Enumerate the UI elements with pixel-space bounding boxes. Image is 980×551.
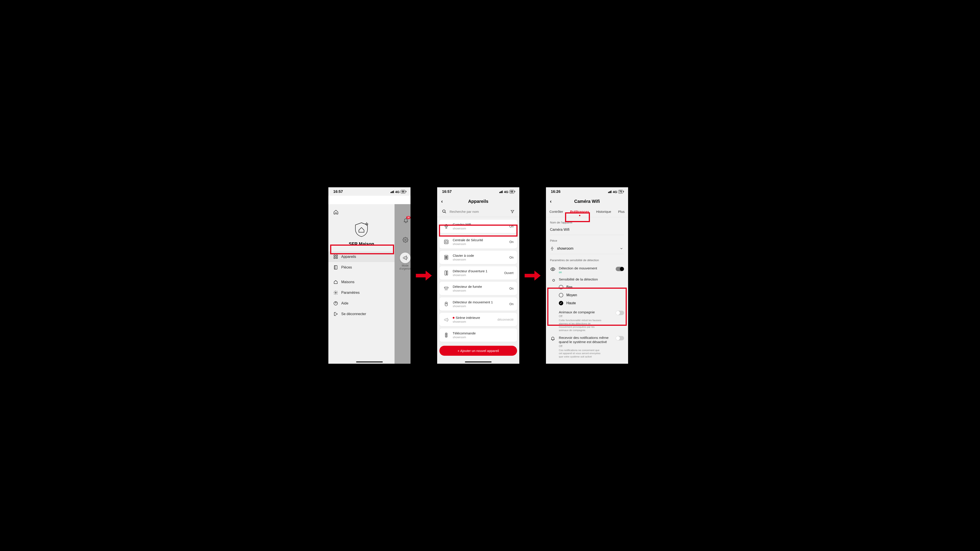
device-name: Centrale de Sécurité [453,238,506,242]
tab-preferences[interactable]: Préférences [569,209,590,214]
name-label: Nom de l'appareil [550,221,624,224]
battery-icon: 66 [401,190,406,194]
sidebar-item-appareils[interactable]: Appareils [328,251,395,262]
device-card[interactable]: Sirène intérieure showroom déconnecté [439,313,517,326]
home-icon[interactable] [333,210,339,215]
sidebar-menu: Appareils Pièces Maisons Paramètres [328,251,395,319]
sidebar-title: SFR Maison [328,241,395,246]
svg-rect-13 [445,241,447,243]
radio-bas[interactable]: Bas [550,283,624,291]
device-state: On [509,225,514,228]
motion-icon [443,301,450,307]
page-header: ‹ Caméra Wifi [546,195,628,207]
device-name: Clavier à code [453,254,506,257]
svg-point-8 [405,239,406,241]
device-name: Détecteur d'ouverture 1 [453,269,501,273]
device-state: On [509,287,514,290]
screen-1-sidebar: 16:57 4G 66 SFR Maison Appareils [328,187,410,364]
gear-icon [402,237,408,243]
device-card[interactable]: Centrale de Sécurité showroom On [439,235,517,249]
device-room: showroom [453,320,495,323]
svg-point-4 [336,257,337,259]
device-state: On [509,302,514,306]
device-name-field[interactable]: Caméra Wifi [550,226,624,235]
status-time: 16:57 [333,189,343,194]
house-icon [333,279,338,284]
svg-point-32 [446,336,447,337]
device-room: showroom [453,273,501,277]
page-header: ‹ Appareils [437,195,519,207]
room-select[interactable]: showroom [550,244,624,254]
screen-2-devices: 16:57 4G 66 ‹ Appareils Caméra Wifi show… [437,187,519,364]
sidebar-item-aide[interactable]: Aide [328,298,395,309]
svg-rect-25 [447,271,448,275]
arrow-icon [524,269,541,282]
pets-toggle[interactable] [616,311,624,315]
svg-point-21 [445,258,446,259]
device-name: Télécommande [453,331,511,335]
device-room: showroom [453,305,506,308]
svg-point-17 [447,256,447,257]
emergency-button[interactable]: Mode d'urgence [399,252,410,270]
device-state: On [509,256,514,259]
tab-historique[interactable]: Historique [595,209,612,214]
hub-icon [443,238,450,245]
device-card[interactable]: Détecteur de mouvement 1 showroom On [439,297,517,311]
bell-button[interactable]: 30 [403,218,409,224]
device-card[interactable]: Détecteur d'ouverture 1 showroom Ouvert [439,266,517,279]
grid-icon [333,254,338,259]
svg-rect-1 [334,255,335,256]
back-button[interactable]: ‹ [441,198,443,204]
door-icon [443,270,450,276]
tab-controler[interactable]: Contrôler [548,209,565,214]
battery-icon: 66 [509,190,514,194]
signal-icon [608,191,611,193]
device-card[interactable]: Télécommande showroom [439,329,517,342]
device-card[interactable]: Caméra Wifi showroom On [439,220,517,233]
svg-point-31 [446,335,447,335]
svg-rect-5 [334,266,337,269]
motion-detection-row: Détection de mouvement on [550,265,624,276]
device-state: On [509,240,514,244]
remote-icon [443,332,450,338]
megaphone-icon [402,255,408,260]
search-input[interactable] [450,210,508,213]
svg-point-10 [445,224,448,227]
radio-moyen[interactable]: Moyen [550,291,624,299]
svg-point-34 [553,279,555,281]
status-bar: 16:57 4G 66 [437,187,519,195]
svg-rect-2 [336,255,337,256]
device-name: Caméra Wifi [453,222,506,226]
sidebar-item-label: Appareils [341,255,356,259]
sensitivity-row: Sensibilité de la détection [550,276,624,283]
sensitivity-icon [550,278,555,283]
sidebar-item-deconnecter[interactable]: Se déconnecter [328,309,395,319]
sidebar-item-maisons[interactable]: Maisons [328,277,395,287]
notif-toggle[interactable] [616,336,624,340]
device-card[interactable]: Détecteur de fumée showroom On [439,282,517,295]
motion-toggle[interactable] [616,267,624,271]
device-room: showroom [453,242,506,246]
add-device-button[interactable]: + Ajouter un nouvel appareil [439,346,517,356]
radio-haute[interactable]: Haute [550,299,624,307]
tab-plus[interactable]: Plus [617,209,626,214]
svg-point-19 [446,257,447,258]
signal-icon [500,191,503,193]
sidebar-item-pieces[interactable]: Pièces [328,262,395,273]
battery-icon: 70 [618,190,623,194]
section-title: Paramètres de sensibilité de détection [550,259,624,262]
device-name: Détecteur de fumée [453,285,506,289]
back-button[interactable]: ‹ [550,198,552,204]
gear-icon [333,290,338,295]
lamp-icon [550,246,554,251]
eye-icon [550,267,555,272]
sidebar-item-parametres[interactable]: Paramètres [328,287,395,298]
device-room: showroom [453,335,511,339]
filter-icon[interactable] [511,210,514,213]
device-card[interactable]: Clavier à code showroom On [439,251,517,264]
bell-icon [550,336,555,341]
device-room: showroom [453,227,506,230]
status-indicators: 4G 66 [391,190,406,194]
settings-button[interactable] [402,237,408,244]
search-icon[interactable] [442,209,447,214]
